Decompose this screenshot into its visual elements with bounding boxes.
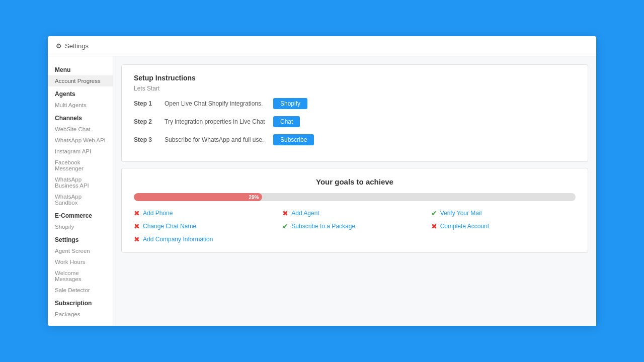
goals-grid: ✖ Add Phone ✖ Add Agent ✔ Verify Your Ma… [134, 209, 576, 243]
subscribe-button[interactable]: Subscribe [273, 134, 314, 145]
channels-section-label: Channels [48, 111, 113, 124]
progress-text: 29% [249, 195, 259, 200]
step-3-label: Step 3 [134, 136, 156, 143]
add-company-info-link[interactable]: Add Company Information [143, 236, 213, 243]
step-1-row: Step 1 Open Live Chat Shopify integratio… [134, 98, 576, 109]
goal-change-chat-name: ✖ Change Chat Name [134, 222, 278, 230]
sidebar-item-whatsapp-sandbox[interactable]: WhatsApp Sandbox [48, 191, 113, 208]
add-phone-icon: ✖ [134, 209, 140, 217]
add-company-info-icon: ✖ [134, 235, 140, 243]
progress-bar-fill: 29% [134, 193, 262, 201]
setup-instructions-card: Setup Instructions Lets Start Step 1 Ope… [121, 64, 588, 162]
progress-bar-container: 29% [134, 193, 576, 201]
change-chat-name-icon: ✖ [134, 222, 140, 230]
sidebar-item-whatsapp-business-api[interactable]: WhatsApp Business API [48, 174, 113, 191]
sidebar-item-welcome-messages[interactable]: Welcome Messages [48, 267, 113, 285]
app-window: ⚙ Settings Menu Account Progress Agents … [48, 36, 596, 326]
goal-add-company-info: ✖ Add Company Information [134, 235, 278, 243]
chat-button[interactable]: Chat [273, 116, 300, 127]
sidebar-item-account-progress[interactable]: Account Progress [48, 75, 113, 86]
agents-section-label: Agents [48, 86, 113, 100]
verify-mail-icon: ✔ [431, 209, 437, 217]
goal-complete-account: ✖ Complete Account [431, 222, 576, 230]
shopify-button[interactable]: Shopify [273, 98, 307, 109]
sidebar: Menu Account Progress Agents Multi Agent… [48, 56, 113, 326]
add-agent-icon: ✖ [282, 209, 288, 217]
sidebar-item-instagram-api[interactable]: Instagram API [48, 146, 113, 157]
sidebar-item-whatsapp-web-api[interactable]: WhatsApp Web API [48, 135, 113, 146]
page-title: Settings [65, 42, 89, 50]
sidebar-item-agent-screen[interactable]: Agent Screen [48, 245, 113, 256]
add-agent-link[interactable]: Add Agent [291, 210, 319, 217]
goal-subscribe-package: ✔ Subscribe to a Package [282, 222, 427, 230]
step-2-row: Step 2 Try integration properties in Liv… [134, 116, 576, 127]
step-2-label: Step 2 [134, 118, 156, 125]
subscription-section-label: Subscription [48, 296, 113, 309]
main-content: Setup Instructions Lets Start Step 1 Ope… [113, 56, 596, 326]
step-1-label: Step 1 [134, 100, 156, 107]
lets-start-text: Lets Start [134, 85, 576, 92]
sidebar-item-shopify[interactable]: Shopify [48, 221, 113, 232]
verify-mail-link[interactable]: Verify Your Mail [440, 210, 482, 217]
goal-add-phone: ✖ Add Phone [134, 209, 278, 217]
step-3-text: Subscribe for WhatsApp and full use. [165, 136, 265, 143]
complete-account-link[interactable]: Complete Account [440, 223, 489, 230]
goal-add-agent: ✖ Add Agent [282, 209, 427, 217]
settings-section-label: Settings [48, 232, 113, 245]
add-phone-link[interactable]: Add Phone [143, 210, 173, 217]
sidebar-item-sale-detector[interactable]: Sale Detector [48, 285, 113, 296]
setup-title: Setup Instructions [134, 74, 576, 82]
goals-card: Your goals to achieve 29% ✖ Add Phone ✖ … [121, 168, 588, 253]
menu-section-label: Menu [48, 62, 113, 75]
sidebar-item-packages[interactable]: Packages [48, 309, 113, 320]
goals-title: Your goals to achieve [134, 177, 576, 186]
goal-verify-mail: ✔ Verify Your Mail [431, 209, 576, 217]
sidebar-item-website-chat[interactable]: WebSite Chat [48, 124, 113, 135]
sidebar-item-multi-agents[interactable]: Multi Agents [48, 100, 113, 111]
complete-account-icon: ✖ [431, 222, 437, 230]
subscribe-package-icon: ✔ [282, 222, 288, 230]
step-3-row: Step 3 Subscribe for WhatsApp and full u… [134, 134, 576, 145]
sidebar-item-work-hours[interactable]: Work Hours [48, 256, 113, 267]
change-chat-name-link[interactable]: Change Chat Name [143, 223, 196, 230]
subscribe-package-link[interactable]: Subscribe to a Package [291, 223, 355, 230]
sidebar-item-facebook-messenger[interactable]: Facebook Messenger [48, 157, 113, 174]
step-2-text: Try integration properties in Live Chat [165, 118, 265, 125]
app-header: ⚙ Settings [48, 36, 596, 56]
app-body: Menu Account Progress Agents Multi Agent… [48, 56, 596, 326]
gear-icon: ⚙ [56, 42, 62, 50]
ecommerce-section-label: E-Commerce [48, 208, 113, 221]
step-1-text: Open Live Chat Shopify integrations. [165, 100, 265, 107]
